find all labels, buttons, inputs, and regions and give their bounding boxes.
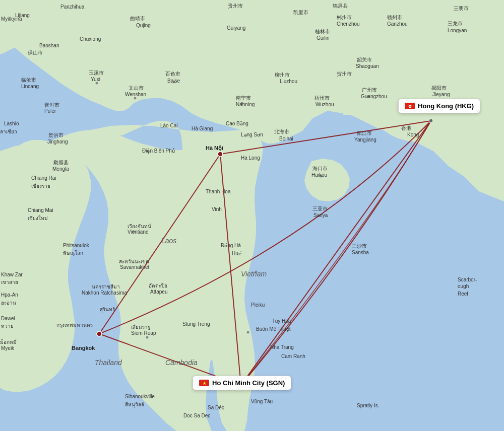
svg-point-18 bbox=[247, 331, 249, 334]
hkg-flag bbox=[405, 103, 415, 109]
svg-point-17 bbox=[255, 271, 258, 273]
sgn-label: Ho Chi Minh City (SGN) bbox=[212, 379, 285, 387]
sgn-flag bbox=[199, 380, 209, 386]
svg-point-16 bbox=[133, 231, 135, 233]
svg-point-10 bbox=[96, 82, 98, 85]
svg-point-15 bbox=[367, 96, 369, 98]
hkg-tooltip[interactable]: Hong Kong (HKG) bbox=[398, 99, 480, 113]
svg-point-19 bbox=[146, 336, 149, 339]
svg-point-11 bbox=[134, 97, 137, 100]
svg-point-14 bbox=[320, 175, 323, 178]
svg-point-12 bbox=[173, 81, 175, 84]
svg-point-7 bbox=[97, 331, 102, 336]
svg-point-6 bbox=[218, 152, 223, 157]
map-container: Lijiang Panzhihua 贵州市 凯里市 锦屏县 三明市 Baosha… bbox=[0, 0, 504, 431]
sgn-tooltip[interactable]: Ho Chi Minh City (SGN) bbox=[193, 376, 291, 390]
hkg-label: Hong Kong (HKG) bbox=[418, 102, 474, 110]
svg-point-13 bbox=[241, 102, 243, 105]
svg-point-8 bbox=[429, 119, 433, 123]
